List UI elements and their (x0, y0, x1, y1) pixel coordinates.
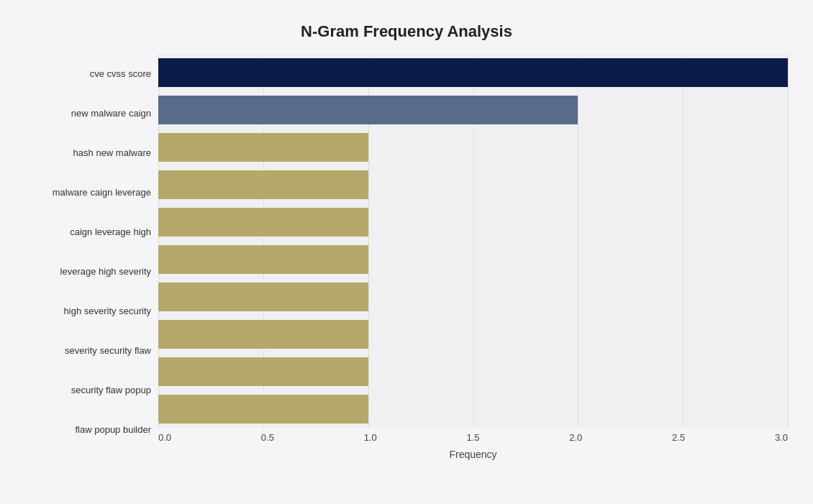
bar-1 (158, 96, 578, 124)
x-tick-0: 0.0 (158, 432, 171, 443)
bars-section (158, 54, 788, 428)
y-label-4: caign leverage high (70, 213, 151, 250)
y-axis: cve cvss scorenew malware caignhash new … (25, 54, 158, 449)
plot-area: 0.00.51.01.52.02.53.0 Frequency (158, 54, 788, 449)
y-label-2: hash new malware (73, 134, 151, 171)
bar-5 (158, 245, 368, 274)
bar-row-6 (158, 278, 788, 316)
bar-2 (158, 133, 368, 162)
y-label-9: flaw popup builder (75, 411, 151, 448)
bar-3 (158, 170, 368, 199)
bar-4 (158, 208, 368, 237)
bar-0 (158, 58, 788, 87)
x-axis-label: Frequency (158, 449, 788, 460)
y-label-6: high severity security (64, 292, 151, 329)
x-tick-3: 1.5 (466, 432, 479, 443)
grid-line-6 (788, 54, 789, 428)
y-label-5: leverage high severity (60, 252, 151, 290)
x-tick-4: 2.0 (569, 432, 582, 443)
y-label-3: malware caign leverage (53, 173, 151, 211)
bar-row-9 (158, 390, 788, 428)
bar-row-8 (158, 353, 788, 390)
bar-row-0 (158, 54, 788, 91)
y-label-8: security flaw popup (71, 371, 151, 408)
bar-6 (158, 283, 368, 311)
x-tick-5: 2.5 (672, 432, 685, 443)
bar-8 (158, 357, 368, 386)
bar-9 (158, 395, 368, 423)
bar-7 (158, 320, 368, 349)
x-axis: 0.00.51.01.52.02.53.0 Frequency (158, 428, 788, 460)
bar-row-4 (158, 203, 788, 241)
x-tick-1: 0.5 (261, 432, 274, 443)
bar-row-2 (158, 129, 788, 166)
bar-row-7 (158, 316, 788, 353)
bar-row-5 (158, 241, 788, 278)
chart-area: cve cvss scorenew malware caignhash new … (25, 54, 788, 449)
x-tick-2: 1.0 (364, 432, 377, 443)
chart-container: N-Gram Frequency Analysis cve cvss score… (11, 8, 802, 497)
y-label-0: cve cvss score (90, 55, 151, 92)
bar-row-1 (158, 91, 788, 129)
bar-row-3 (158, 166, 788, 203)
y-label-1: new malware caign (71, 94, 151, 132)
y-label-7: severity security flaw (65, 331, 151, 369)
x-tick-6: 3.0 (775, 432, 788, 443)
chart-title: N-Gram Frequency Analysis (25, 22, 788, 41)
